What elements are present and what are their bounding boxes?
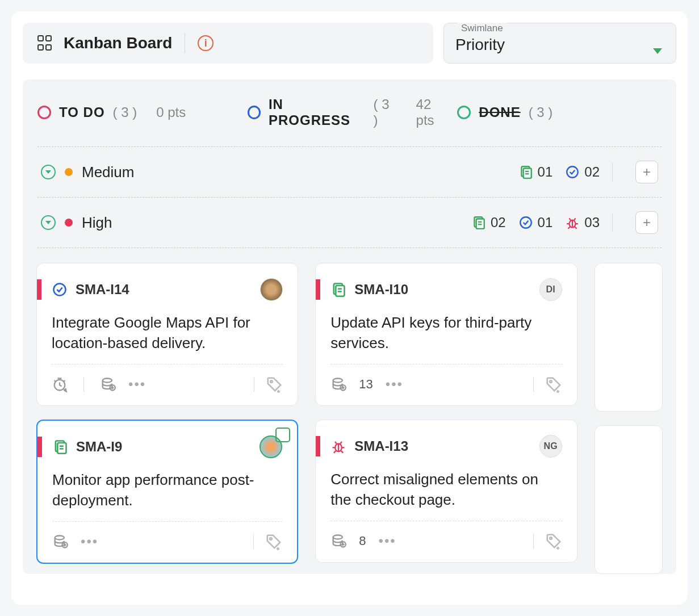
swimlane-select[interactable]: Swimlane Priority <box>443 23 676 64</box>
board-area: TO DO ( 3 ) 0 pts IN PROGRESS ( 3 ) 42 p… <box>23 79 676 574</box>
column-count: ( 3 ) <box>374 97 397 128</box>
swimlanes: Medium 0102 + High 020103 + <box>37 146 662 248</box>
lane-stat: 03 <box>565 215 600 231</box>
avatar[interactable] <box>260 278 283 301</box>
svg-point-29 <box>550 380 552 383</box>
more-icon[interactable]: ••• <box>379 533 396 549</box>
avatar[interactable]: DI <box>539 278 562 301</box>
card-footer: ••• <box>52 364 283 405</box>
checkbox-icon[interactable] <box>275 428 290 442</box>
task-icon <box>52 282 68 297</box>
card-title: Monitor app performance post-deployment. <box>37 458 297 511</box>
card-placeholder[interactable] <box>595 425 663 574</box>
divider <box>533 377 534 392</box>
title-bar: Kanban Board i <box>23 23 433 64</box>
status-ring-icon <box>37 106 51 119</box>
column-name: TO DO <box>59 104 105 120</box>
card-title: Correct misaligned elements on the check… <box>316 458 576 510</box>
tag-icon[interactable] <box>545 533 562 550</box>
kanban-card[interactable]: SMA-I10 DI Update API keys for third-par… <box>315 263 577 406</box>
expand-button[interactable] <box>41 165 56 179</box>
info-icon[interactable]: i <box>198 35 214 51</box>
card-footer: ••• <box>52 521 282 563</box>
priority-dot-icon <box>65 219 73 227</box>
svg-point-31 <box>333 535 342 539</box>
divider <box>83 377 84 392</box>
divider <box>253 534 254 549</box>
more-icon[interactable]: ••• <box>81 534 98 550</box>
card-id: SMA-I9 <box>76 439 122 455</box>
kanban-card[interactable]: SMA-I13 NG Correct misaligned elements o… <box>315 420 577 563</box>
more-icon[interactable]: ••• <box>386 376 403 392</box>
card-grid: SMA-I14 Integrate Google Maps API for lo… <box>36 248 663 574</box>
lane-stat: 01 <box>518 215 553 231</box>
lane-name: High <box>82 214 462 232</box>
points-value: 13 <box>359 377 372 392</box>
column-name: DONE <box>479 104 520 120</box>
stat-value: 02 <box>584 164 600 180</box>
column-header[interactable]: DONE ( 3 ) <box>457 97 662 128</box>
status-ring-icon <box>457 106 471 119</box>
column-points: 42 pts <box>416 97 452 128</box>
stat-value: 01 <box>538 215 553 231</box>
column-header[interactable]: IN PROGRESS ( 3 ) 42 pts <box>248 97 452 128</box>
lane-stats: 0102 <box>518 164 600 180</box>
svg-point-9 <box>520 217 531 228</box>
svg-point-20 <box>55 535 64 539</box>
divider <box>185 33 185 53</box>
database-icon[interactable] <box>330 376 346 392</box>
svg-point-4 <box>567 166 579 178</box>
status-ring-icon <box>248 106 261 119</box>
swimlane-row: High 020103 + <box>37 198 662 248</box>
column-header[interactable]: TO DO ( 3 ) 0 pts <box>37 97 242 128</box>
chevron-down-icon <box>653 48 662 54</box>
column-headers: TO DO ( 3 ) 0 pts IN PROGRESS ( 3 ) 42 p… <box>37 97 662 128</box>
tag-icon[interactable] <box>545 376 562 393</box>
column-points: 0 pts <box>156 104 186 120</box>
database-icon[interactable] <box>330 533 346 549</box>
database-icon[interactable] <box>52 534 68 550</box>
divider <box>254 377 254 392</box>
lane-stats: 020103 <box>471 215 600 231</box>
svg-point-33 <box>550 537 552 539</box>
priority-stripe <box>316 436 320 456</box>
header: Kanban Board i Swimlane Priority <box>23 23 676 64</box>
lane-stat: 01 <box>518 164 553 180</box>
expand-button[interactable] <box>41 215 56 230</box>
database-icon[interactable] <box>100 376 116 392</box>
add-button[interactable]: + <box>635 161 658 183</box>
priority-stripe <box>37 279 41 300</box>
priority-dot-icon <box>65 168 73 176</box>
timer-icon[interactable] <box>52 376 68 392</box>
kanban-card[interactable]: SMA-I9 Monitor app performance post-depl… <box>36 420 298 564</box>
svg-point-15 <box>270 380 273 383</box>
column-name: IN PROGRESS <box>269 97 366 128</box>
svg-point-27 <box>333 378 342 382</box>
bug-icon <box>330 438 346 454</box>
task-icon <box>565 165 580 179</box>
avatar[interactable]: NG <box>539 435 562 458</box>
svg-point-22 <box>270 538 272 540</box>
svg-point-11 <box>54 284 66 296</box>
svg-point-13 <box>103 378 112 382</box>
card-placeholder[interactable] <box>595 263 663 412</box>
stat-value: 01 <box>538 164 553 180</box>
add-button[interactable]: + <box>635 211 658 234</box>
card-footer: 8 ••• <box>330 521 562 562</box>
tag-icon[interactable] <box>265 533 282 550</box>
tag-icon[interactable] <box>266 376 283 393</box>
lane-stat: 02 <box>565 164 600 180</box>
story-icon <box>52 439 68 455</box>
lane-stat: 02 <box>471 215 506 231</box>
divider <box>612 213 613 232</box>
stat-value: 02 <box>491 215 506 231</box>
card-id: SMA-I10 <box>354 282 408 297</box>
more-icon[interactable]: ••• <box>128 376 146 392</box>
card-id: SMA-I14 <box>76 282 129 297</box>
lane-name: Medium <box>82 164 509 181</box>
points-value: 8 <box>359 534 366 548</box>
kanban-card[interactable]: SMA-I14 Integrate Google Maps API for lo… <box>36 263 298 406</box>
story-icon <box>471 215 486 230</box>
divider <box>612 162 613 182</box>
bug-icon <box>565 215 580 230</box>
